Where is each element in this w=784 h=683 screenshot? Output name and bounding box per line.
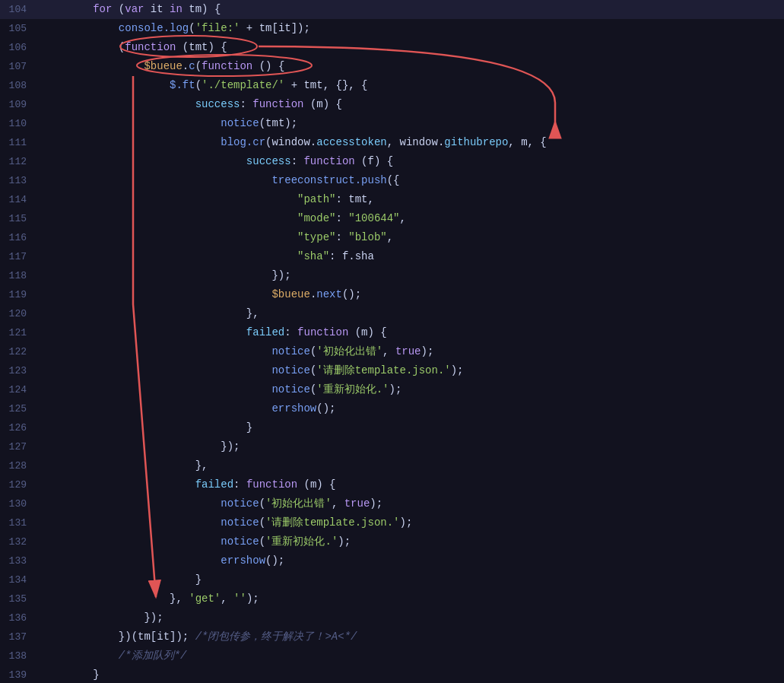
line-number: 133 bbox=[0, 551, 42, 570]
code-line: 135 }, 'get', ''); bbox=[0, 589, 784, 608]
code-line: 138 /*添加队列*/ bbox=[0, 646, 784, 666]
code-line: 127 }); bbox=[0, 437, 784, 456]
line-number: 117 bbox=[0, 247, 42, 266]
line-content: } bbox=[42, 570, 202, 589]
code-line: 106 (function (tmt) { bbox=[0, 38, 784, 57]
line-number: 113 bbox=[0, 171, 42, 190]
line-content: }, 'get', ''); bbox=[42, 589, 259, 608]
code-line: 115 "mode": "100644", bbox=[0, 209, 784, 228]
line-content: failed: function (m) { bbox=[42, 475, 336, 494]
code-line: 109 success: function (m) { bbox=[0, 95, 784, 114]
code-line: 125 errshow(); bbox=[0, 399, 784, 418]
code-line: 108 $.ft('./template/' + tmt, {}, { bbox=[0, 76, 784, 95]
line-content: errshow(); bbox=[42, 551, 284, 570]
line-number: 115 bbox=[0, 209, 42, 228]
code-line: 121 failed: function (m) { bbox=[0, 323, 784, 342]
line-number: 104 bbox=[0, 0, 42, 19]
line-number: 105 bbox=[0, 19, 42, 38]
line-content: $bueue.next(); bbox=[42, 285, 361, 304]
line-content: }); bbox=[42, 266, 291, 285]
code-line: 137 })(tm[it]); /*闭包传参，终于解决了！>A<*/ bbox=[0, 627, 784, 646]
line-number: 136 bbox=[0, 608, 42, 627]
line-content: success: function (f) { bbox=[42, 152, 393, 171]
code-line: 126 } bbox=[0, 418, 784, 437]
line-number: 116 bbox=[0, 228, 42, 247]
line-content: notice('重新初始化.'); bbox=[42, 532, 351, 551]
code-line: 130 notice('初始化出错', true); bbox=[0, 494, 784, 513]
line-number: 135 bbox=[0, 589, 42, 608]
line-content: treeconstruct.push({ bbox=[42, 171, 400, 190]
line-number: 125 bbox=[0, 399, 42, 418]
line-content: (function (tmt) { bbox=[42, 38, 227, 57]
line-number: 118 bbox=[0, 266, 42, 285]
code-line: 117 "sha": f.sha bbox=[0, 247, 784, 266]
line-number: 111 bbox=[0, 133, 42, 152]
code-line: 132 notice('重新初始化.'); bbox=[0, 532, 784, 551]
code-line: 114 "path": tmt, bbox=[0, 190, 784, 209]
line-number: 110 bbox=[0, 114, 42, 133]
line-number: 114 bbox=[0, 190, 42, 209]
line-number: 124 bbox=[0, 380, 42, 399]
line-number: 131 bbox=[0, 513, 42, 532]
line-content: /*添加队列*/ bbox=[42, 646, 186, 666]
code-line: 122 notice('初始化出错', true); bbox=[0, 342, 784, 361]
line-content: for (var it in tm) { bbox=[42, 0, 221, 19]
line-content: }); bbox=[42, 608, 163, 627]
line-number: 132 bbox=[0, 532, 42, 551]
line-content: errshow(); bbox=[42, 399, 335, 418]
code-line: 107 $bueue.c(function () { bbox=[0, 57, 784, 76]
line-number: 107 bbox=[0, 57, 42, 76]
line-content: notice('初始化出错', true); bbox=[42, 342, 433, 361]
line-number: 120 bbox=[0, 304, 42, 323]
line-content: "type": "blob", bbox=[42, 228, 393, 247]
line-content: success: function (m) { bbox=[42, 95, 342, 114]
code-line: 118 }); bbox=[0, 266, 784, 285]
line-number: 109 bbox=[0, 95, 42, 114]
line-content: }); bbox=[42, 437, 240, 456]
line-number: 127 bbox=[0, 437, 42, 456]
line-content: notice('请删除template.json.'); bbox=[42, 361, 464, 380]
code-line: 104 for (var it in tm) { bbox=[0, 0, 784, 19]
line-number: 123 bbox=[0, 361, 42, 380]
line-content: $.ft('./template/' + tmt, {}, { bbox=[42, 76, 367, 95]
line-number: 106 bbox=[0, 38, 42, 57]
line-number: 137 bbox=[0, 627, 42, 646]
line-content: blog.cr(window.accesstoken, window.githu… bbox=[42, 133, 547, 152]
line-number: 130 bbox=[0, 494, 42, 513]
code-line: 124 notice('重新初始化.'); bbox=[0, 380, 784, 399]
line-content: failed: function (m) { bbox=[42, 323, 387, 342]
line-content: "path": tmt, bbox=[42, 190, 374, 209]
line-content: console.log('file:' + tm[it]); bbox=[42, 19, 310, 38]
line-number: 139 bbox=[0, 666, 42, 683]
line-content: "sha": f.sha bbox=[42, 247, 374, 266]
code-line: 112 success: function (f) { bbox=[0, 152, 784, 171]
code-line: 139 } bbox=[0, 666, 784, 683]
code-line: 110 notice(tmt); bbox=[0, 114, 784, 133]
line-content: })(tm[it]); /*闭包传参，终于解决了！>A<*/ bbox=[42, 627, 357, 646]
line-content: } bbox=[42, 666, 100, 683]
code-line: 111 blog.cr(window.accesstoken, window.g… bbox=[0, 133, 784, 152]
line-number: 121 bbox=[0, 323, 42, 342]
code-line: 123 notice('请删除template.json.'); bbox=[0, 361, 784, 380]
line-number: 129 bbox=[0, 475, 42, 494]
line-content: notice('初始化出错', true); bbox=[42, 494, 382, 513]
line-content: notice('重新初始化.'); bbox=[42, 380, 402, 399]
line-number: 122 bbox=[0, 342, 42, 361]
line-content: }, bbox=[42, 304, 259, 323]
code-line: 134 } bbox=[0, 570, 784, 589]
line-content: }, bbox=[42, 456, 208, 475]
code-line: 113 treeconstruct.push({ bbox=[0, 171, 784, 190]
code-line: 119 $bueue.next(); bbox=[0, 285, 784, 304]
line-content: } bbox=[42, 418, 252, 437]
line-number: 134 bbox=[0, 570, 42, 589]
code-editor: 104 for (var it in tm) {105 console.log(… bbox=[0, 0, 784, 683]
line-number: 128 bbox=[0, 456, 42, 475]
code-line: 105 console.log('file:' + tm[it]); bbox=[0, 19, 784, 38]
line-content: "mode": "100644", bbox=[42, 209, 406, 228]
code-line: 136 }); bbox=[0, 608, 784, 627]
code-line: 116 "type": "blob", bbox=[0, 228, 784, 247]
line-number: 108 bbox=[0, 76, 42, 95]
code-line: 129 failed: function (m) { bbox=[0, 475, 784, 494]
code-line: 131 notice('请删除template.json.'); bbox=[0, 513, 784, 532]
line-content: notice('请删除template.json.'); bbox=[42, 513, 412, 532]
